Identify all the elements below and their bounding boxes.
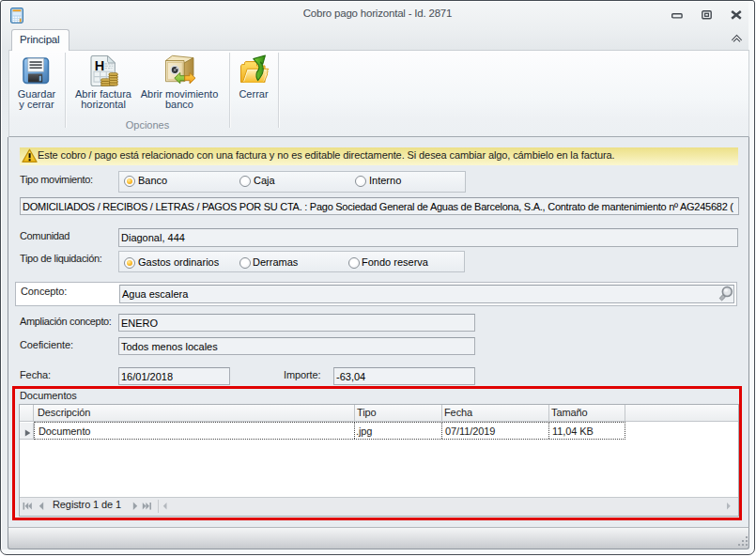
svg-text:H: H [95, 58, 104, 73]
